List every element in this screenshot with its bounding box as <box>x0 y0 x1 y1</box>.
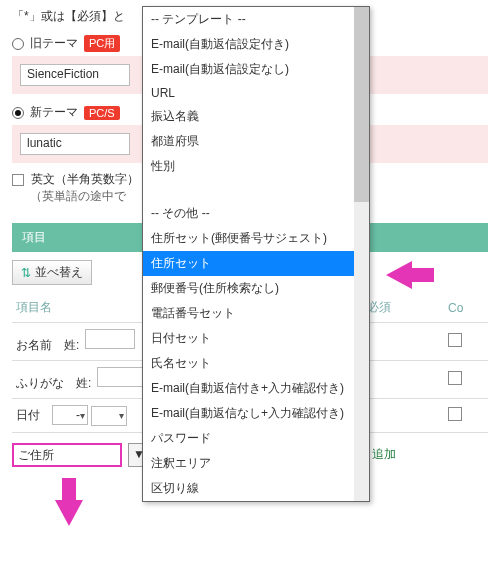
dropdown-scrollbar[interactable] <box>354 7 369 501</box>
dropdown-scroll-thumb[interactable] <box>354 7 369 202</box>
dropdown-item[interactable]: E-mail(自動返信付き+入力確認付き) <box>143 376 356 401</box>
add-button-label: 追加 <box>372 446 396 463</box>
sei-input[interactable] <box>97 367 147 387</box>
dropdown-item[interactable]: 性別 <box>143 154 356 179</box>
item-name-input[interactable]: ご住所 <box>12 443 122 467</box>
dropdown-item[interactable]: 日付セット <box>143 326 356 351</box>
dropdown-item[interactable]: 氏名セット <box>143 351 356 376</box>
row-name: ふりがな <box>16 375 64 392</box>
dropdown-item[interactable]: -- テンプレート -- <box>143 7 356 32</box>
new-theme-badge: PC/S <box>84 106 120 120</box>
old-theme-radio[interactable] <box>12 38 24 50</box>
type-dropdown[interactable]: -- テンプレート --E-mail(自動返信設定付き)E-mail(自動返信設… <box>142 6 370 502</box>
new-theme-input[interactable]: lunatic <box>20 133 130 155</box>
dropdown-item[interactable]: 区切り線 <box>143 476 356 501</box>
eibun-label: 英文（半角英数字） <box>31 172 139 186</box>
dropdown-item[interactable] <box>143 179 356 201</box>
dropdown-item[interactable]: 振込名義 <box>143 104 356 129</box>
dropdown-item[interactable]: 注釈エリア <box>143 451 356 476</box>
co-checkbox[interactable] <box>448 333 462 347</box>
row-name: お名前 <box>16 337 52 354</box>
dropdown-item[interactable]: 郵便番号(住所検索なし) <box>143 276 356 301</box>
sort-button[interactable]: ⇅ 並べ替え <box>12 260 92 285</box>
sei-input[interactable] <box>85 329 135 349</box>
co-checkbox[interactable] <box>448 407 462 421</box>
dropdown-item[interactable]: 住所セット <box>143 251 356 276</box>
sei-label: 姓: <box>76 375 91 392</box>
dropdown-item[interactable]: E-mail(自動返信設定なし) <box>143 57 356 82</box>
co-checkbox[interactable] <box>448 371 462 385</box>
row-name: 日付 <box>16 407 40 424</box>
dropdown-item[interactable]: URL <box>143 82 356 104</box>
dropdown-item[interactable]: E-mail(自動返信設定付き) <box>143 32 356 57</box>
date-select-1[interactable]: - <box>52 405 88 425</box>
date-select-2[interactable] <box>91 406 127 426</box>
dropdown-item[interactable]: 電話番号セット <box>143 301 356 326</box>
new-theme-label: 新テーマ <box>30 104 78 121</box>
eibun-checkbox[interactable] <box>12 174 24 186</box>
dropdown-item[interactable]: 住所セット(郵便番号サジェスト) <box>143 226 356 251</box>
annotation-arrow-right <box>386 261 412 289</box>
dropdown-item[interactable]: 都道府県 <box>143 129 356 154</box>
dropdown-item[interactable]: E-mail(自動返信なし+入力確認付き) <box>143 401 356 426</box>
col-co: Co <box>444 293 488 323</box>
annotation-arrow-down <box>55 500 83 526</box>
dropdown-item[interactable]: パスワード <box>143 426 356 451</box>
dropdown-item[interactable]: -- その他 -- <box>143 201 356 226</box>
old-theme-label: 旧テーマ <box>30 35 78 52</box>
sei-label: 姓: <box>64 337 79 354</box>
sort-icon: ⇅ <box>21 266 31 280</box>
old-theme-badge: PC用 <box>84 35 120 52</box>
sort-button-label: 並べ替え <box>35 264 83 281</box>
new-theme-radio[interactable] <box>12 107 24 119</box>
old-theme-input[interactable]: SienceFiction <box>20 64 130 86</box>
